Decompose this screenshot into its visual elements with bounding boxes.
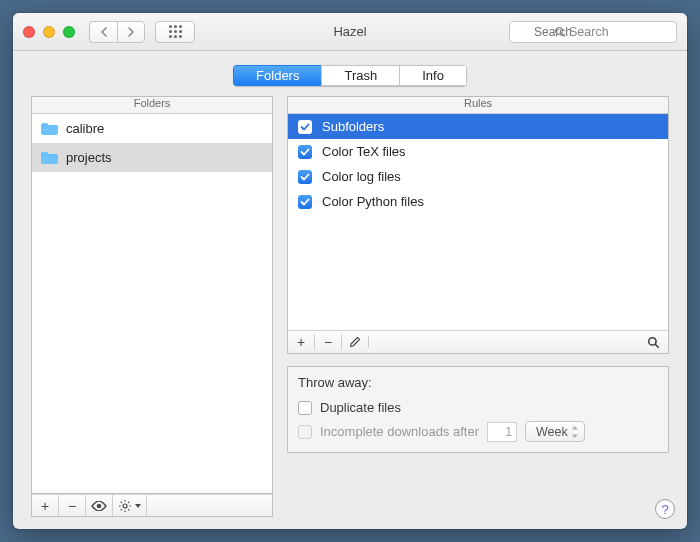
rule-label: Color TeX files [322,144,406,159]
search-input[interactable] [509,21,677,43]
titlebar: Hazel Search [13,13,687,51]
chevron-down-icon [135,504,141,508]
eye-icon [91,501,107,511]
folder-label: calibre [66,121,104,136]
tab-folders[interactable]: Folders [233,65,321,86]
rule-label: Color log files [322,169,401,184]
preview-button[interactable] [86,495,113,516]
edit-rule-button[interactable] [342,336,369,348]
svg-point-3 [123,504,127,508]
rule-checkbox[interactable] [298,145,312,159]
tab-info[interactable]: Info [399,65,467,86]
minimize-window-button[interactable] [43,26,55,38]
throw-away-title: Throw away: [298,375,658,390]
folders-list[interactable]: calibre projects [31,114,273,494]
svg-point-2 [97,503,102,508]
svg-line-8 [120,501,121,502]
search-field-wrap: Search [509,21,677,43]
duplicate-files-label: Duplicate files [320,400,401,415]
rule-row[interactable]: Color Python files [288,189,668,214]
help-button[interactable]: ? [655,499,675,519]
rule-checkbox[interactable] [298,195,312,209]
duplicate-files-checkbox[interactable] [298,401,312,415]
search-icon [647,336,660,349]
rules-header: Rules [287,96,669,114]
rule-row[interactable]: Color TeX files [288,139,668,164]
throw-away-section: Throw away: Duplicate files Incomplete d… [287,366,669,453]
nav-buttons [89,21,145,43]
add-folder-button[interactable]: + [32,495,59,516]
rules-list[interactable]: Subfolders Color TeX files Color log fil… [288,114,668,330]
rules-search-button[interactable] [638,336,668,349]
tab-row: Folders Trash Info [13,51,687,96]
svg-line-9 [128,509,129,510]
folders-toolbar: + − [31,494,273,517]
remove-folder-button[interactable]: − [59,495,86,516]
rules-toolbar: + − [288,330,668,353]
traffic-lights [23,26,75,38]
svg-line-11 [128,501,129,502]
incomplete-value-field[interactable] [487,422,517,442]
pencil-icon [349,336,361,348]
close-window-button[interactable] [23,26,35,38]
remove-rule-button[interactable]: − [315,334,342,350]
forward-button[interactable] [117,21,145,43]
folder-icon [40,151,58,165]
folder-label: projects [66,150,112,165]
incomplete-downloads-row: Incomplete downloads after Week [298,421,658,442]
rules-panel: Rules Subfolders Color TeX files [287,96,669,517]
rule-checkbox[interactable] [298,120,312,134]
rule-row[interactable]: Subfolders [288,114,668,139]
rule-row[interactable]: Color log files [288,164,668,189]
incomplete-unit-label: Week [536,425,568,439]
svg-line-13 [655,344,658,347]
grid-icon [169,25,182,38]
duplicate-files-row: Duplicate files [298,400,658,415]
segmented-tabs: Folders Trash Info [233,65,467,86]
folder-icon [40,122,58,136]
incomplete-unit-popup[interactable]: Week [525,421,585,442]
folder-row[interactable]: projects [32,143,272,172]
prefs-window: Hazel Search Folders Trash Info Folders … [13,13,687,529]
rule-checkbox[interactable] [298,170,312,184]
incomplete-downloads-label: Incomplete downloads after [320,424,479,439]
zoom-window-button[interactable] [63,26,75,38]
incomplete-downloads-checkbox[interactable] [298,425,312,439]
show-all-button[interactable] [155,21,195,43]
folder-row[interactable]: calibre [32,114,272,143]
svg-line-10 [120,509,121,510]
add-rule-button[interactable]: + [288,334,315,350]
gear-icon [119,499,133,513]
action-menu-button[interactable] [113,495,147,516]
rule-label: Subfolders [322,119,384,134]
back-button[interactable] [89,21,117,43]
tab-trash[interactable]: Trash [321,65,399,86]
folders-panel: Folders calibre projects + − [31,96,273,517]
rule-label: Color Python files [322,194,424,209]
folders-header: Folders [31,96,273,114]
